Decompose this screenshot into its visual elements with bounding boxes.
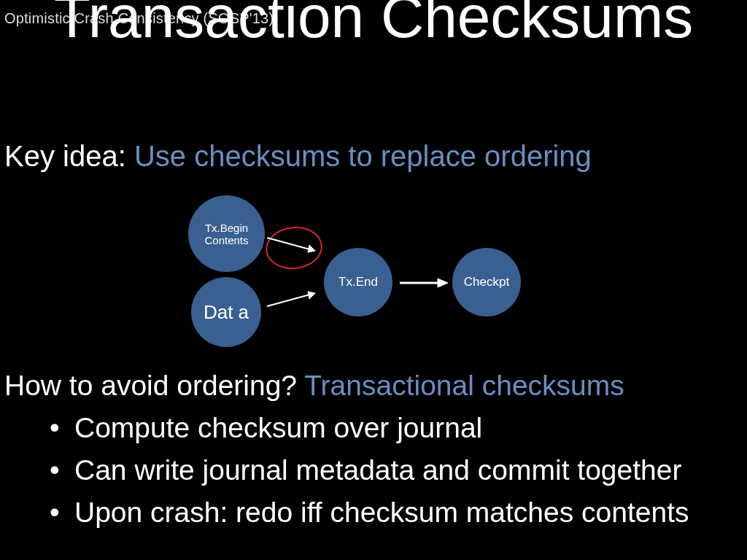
- svg-line-2: [267, 293, 315, 306]
- node-txend-label: Tx.End: [338, 275, 378, 289]
- node-txbegin-label: Tx.Begin Contents: [188, 222, 265, 246]
- howto-line: How to avoid ordering? Transactional che…: [4, 365, 689, 407]
- node-checkpt-label: Checkpt: [464, 275, 509, 289]
- svg-marker-3: [308, 292, 315, 299]
- slide-title: Transaction Checksums: [0, 0, 747, 50]
- node-checkpt: Checkpt: [452, 248, 521, 316]
- node-data-label: Dat a: [204, 302, 249, 322]
- svg-marker-1: [308, 245, 315, 252]
- arrow-data-to-txend-icon: [264, 289, 324, 311]
- howto-bullets: Compute checksum over journal Can write …: [4, 407, 689, 534]
- node-txend: Tx.End: [324, 248, 392, 316]
- svg-marker-5: [438, 279, 448, 287]
- key-idea-prefix: Key idea:: [4, 140, 134, 172]
- diagram: Tx.Begin Contents Dat a Tx.End Checkpt: [175, 195, 584, 356]
- howto-block: How to avoid ordering? Transactional che…: [4, 365, 689, 534]
- node-txbegin: Tx.Begin Contents: [188, 195, 265, 272]
- node-data: Dat a: [191, 277, 261, 347]
- list-item: Upon crash: redo iff checksum matches co…: [74, 491, 689, 534]
- howto-question: How to avoid ordering?: [4, 370, 304, 401]
- key-idea-highlight: Use checksums to replace ordering: [134, 140, 592, 172]
- key-idea-line: Key idea: Use checksums to replace order…: [4, 140, 592, 173]
- list-item: Can write journal metadata and commit to…: [74, 449, 689, 491]
- howto-highlight: Transactional checksums: [304, 370, 624, 401]
- arrow-txbegin-to-txend-icon: [264, 235, 324, 257]
- arrow-txend-to-checkpt-icon: [398, 277, 449, 289]
- list-item: Compute checksum over journal: [74, 407, 689, 449]
- svg-line-0: [267, 238, 315, 251]
